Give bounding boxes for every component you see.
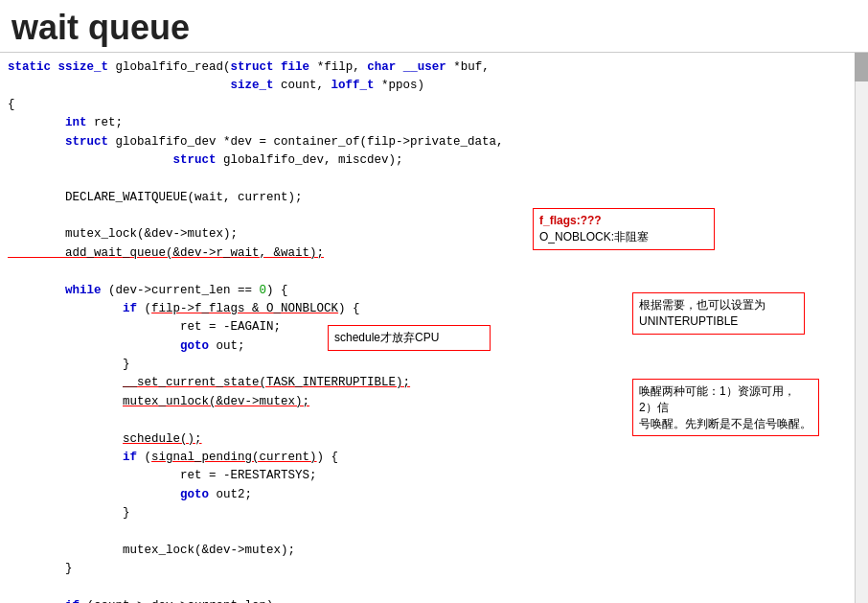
annotation-wakeup: 唤醒两种可能：1）资源可用，2）信 号唤醒。先判断是不是信号唤醒。 xyxy=(632,379,819,436)
scrollbar-thumb[interactable] xyxy=(855,53,868,81)
annotation-flags: f_flags:??? O_NOBLOCK:非阻塞 xyxy=(533,208,715,250)
annotation-schedule: schedule才放弃CPU xyxy=(328,325,491,351)
scrollbar[interactable] xyxy=(855,53,868,603)
code-container: static ssize_t globalfifo_read(struct fi… xyxy=(0,52,868,603)
page-title: wait queue xyxy=(0,0,868,52)
annotation-uninterruptible: 根据需要，也可以设置为 UNINTERUPTIBLE xyxy=(632,292,805,335)
